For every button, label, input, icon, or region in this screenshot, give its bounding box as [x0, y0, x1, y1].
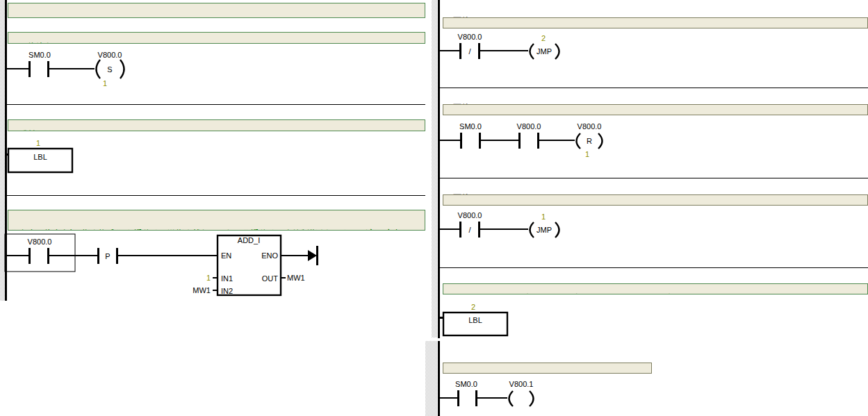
coil-paren-left [509, 391, 514, 406]
contact-bar [460, 133, 462, 149]
coil-paren-right [530, 391, 534, 406]
coil-value: 1 [585, 150, 589, 158]
contact-operand: V800.0 [517, 122, 541, 131]
coil-paren-left [530, 222, 534, 238]
jmp-coil[interactable]: 1 JMP [530, 213, 559, 238]
output-coil-v800.1[interactable]: V800.1 [509, 380, 534, 406]
network-8-rung: SM0.0 V800.1 [440, 380, 534, 406]
jmp-coil[interactable]: 2 JMP [530, 34, 559, 59]
label-lbl-2[interactable]: 2 LBL [440, 303, 507, 335]
jump-target: 1 [541, 213, 546, 221]
right-power-rail-lower [438, 341, 440, 416]
ladder-editor-screen: 在这个程序中，V800.0会由OFF变ON ，执行完后再编程OFF，最后退出中断… [0, 0, 868, 416]
contact-operand: SM0.0 [455, 380, 477, 388]
coil-function: JMP [537, 226, 552, 234]
coil-paren-left [530, 44, 534, 59]
wire [440, 228, 459, 230]
contact-sm0.0[interactable]: SM0.0 [455, 380, 477, 406]
lbl-box-text: LBL [468, 316, 482, 324]
contact-v800.0[interactable]: V800.0 [517, 122, 541, 149]
coil-function: JMP [537, 47, 552, 56]
coil-paren-right [555, 222, 559, 238]
nc-contact-v800.0[interactable]: / V800.0 [458, 33, 482, 59]
contact-bar [518, 133, 521, 149]
contact-bar [478, 43, 480, 59]
label-number: 2 [471, 303, 475, 311]
coil-function: R [587, 137, 592, 145]
jump-target: 2 [541, 34, 546, 42]
contact-bar [459, 43, 461, 59]
wire [440, 397, 457, 399]
coil-paren-left [577, 133, 581, 149]
contact-sm0.0[interactable]: SM0.0 [459, 122, 482, 149]
wire [539, 140, 575, 141]
coil-operand: V800.1 [509, 380, 534, 388]
coil-paren-right [555, 44, 559, 59]
network-5-rung: SM0.0 V800.0 V800.0 R 1 [440, 122, 603, 158]
coil-operand: V800.0 [578, 122, 602, 131]
reset-coil-v800.0[interactable]: V800.0 R 1 [577, 122, 603, 158]
coil-paren-right [598, 133, 603, 149]
wire [477, 397, 507, 399]
contact-bar [478, 222, 480, 238]
contact-bar [475, 390, 477, 406]
contact-bar [457, 390, 459, 406]
right-ladder-canvas: / V800.0 2 JMP SM0.0 V800.0 [0, 0, 868, 416]
contact-operand: V800.0 [458, 33, 482, 41]
wire [480, 50, 528, 51]
wire [480, 228, 528, 230]
network-6-rung: / V800.0 1 JMP [440, 211, 559, 238]
nc-slash: / [468, 47, 471, 56]
wire [440, 50, 459, 51]
network-7-rung: 2 LBL [440, 303, 507, 335]
contact-operand: SM0.0 [459, 122, 482, 131]
nc-slash: / [468, 226, 471, 234]
contact-bar [479, 133, 481, 149]
right-power-rail-upper [438, 0, 440, 338]
wire [440, 140, 460, 141]
contact-bar [537, 133, 539, 149]
contact-operand: V800.0 [458, 211, 482, 219]
wire [481, 140, 518, 141]
network-4-rung: / V800.0 2 JMP [440, 33, 559, 59]
contact-bar [459, 222, 461, 238]
nc-contact-v800.0[interactable]: / V800.0 [458, 211, 482, 238]
